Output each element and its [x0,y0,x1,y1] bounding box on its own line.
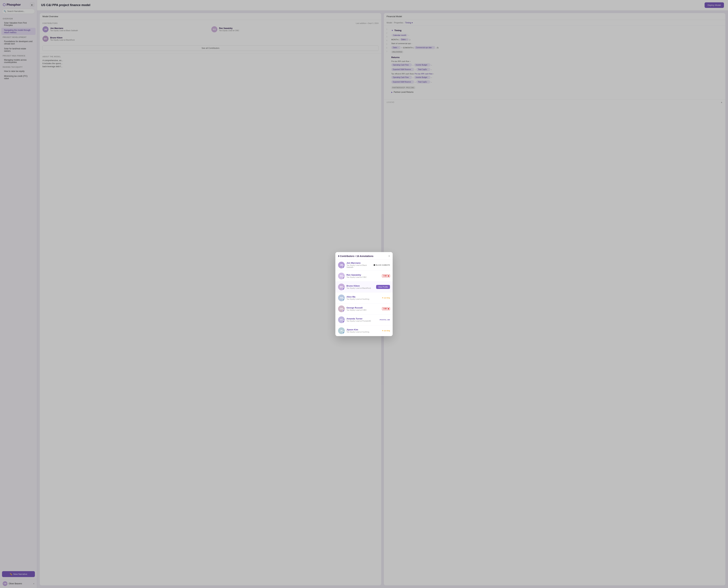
modal-avatar-george: GR 1 [338,306,345,312]
company-logo-george: CIBC◆ [382,307,390,310]
annotation-badge: 1 [342,277,345,279]
modal-contributor-row: GR 1 George Russell Tax Equity Lead at C… [335,303,393,314]
modal-contributor-row: JK 1 Jiyeon Kim Tax Equity Lead at SunKi… [335,325,393,336]
contributor-role: Tax Equity Lead at SunKing [346,298,380,300]
modal-title: 8 Contributors • 16 Annotations [338,255,373,257]
modal-contributor-info-jon: Jon Marciano Tax Equity Lead at Black Sa… [346,262,372,268]
modal-contributor-info-alice: Alice Ma Tax Equity Lead at SunKing [346,295,380,300]
company-logo-alice: ☀ sun king [382,297,390,299]
contributor-role: Tax Equity Lead at CIBC [346,276,380,278]
modal-contributor-row: AT 2 Amanda Turner Tax Equity Lead at Pi… [335,314,393,325]
modal-contributor-row: BK 2 Bruno Kibon Tax Equity Lead at Blac… [335,281,393,293]
modal-header: 8 Contributors • 16 Annotations × [335,252,393,260]
modal-avatar-alice: AM 3 [338,294,345,301]
modal-contributor-info-ren: Ren Sawatzky Tax Equity Lead at CIBC [346,274,380,278]
sunking-logo: ☀ sun king [382,297,390,299]
contributors-modal: 8 Contributors • 16 Annotations × JM 4 J… [335,252,393,336]
company-logo-amanda: PIVOTAL 180 [380,319,390,321]
annotation-badge: 2 [342,321,345,323]
company-logo-jiyeon: ☀ sun king [382,330,390,332]
modal-close-button[interactable]: × [388,255,390,257]
contributor-name: Jiyeon Kim [346,328,380,331]
modal-contributor-info-jiyeon: Jiyeon Kim Tax Equity Lead at SunKing [346,328,380,333]
annotation-badge: 3 [342,299,345,301]
modal-contributor-row: JM 4 Jon Marciano Tax Equity Lead at Bla… [335,260,393,271]
modal-overlay[interactable]: 8 Contributors • 16 Annotations × JM 4 J… [0,0,728,588]
annotation-badge: 1 [342,310,345,312]
annotation-badge: 4 [342,266,345,268]
company-logo-jon: ⚫ BLACK SABBATH [373,264,390,266]
cibc-logo: CIBC◆ [382,274,390,277]
contributor-name: Amanda Turner [346,317,378,320]
contributor-role: Tax Equity Lead at Black Sabbath [346,264,372,268]
contributor-role: Tax Equity Lead at Pivotal180 [346,320,378,322]
modal-avatar-jon: JM 4 [338,262,345,268]
modal-avatar-bruno: BK 2 [338,284,345,290]
modal-contributor-info-amanda: Amanda Turner Tax Equity Lead at Pivotal… [346,317,378,322]
modal-avatar-amanda: AT 2 [338,316,345,323]
modal-avatar-ren: RS 1 [338,273,345,279]
contributor-name: Ren Sawatzky [346,274,380,276]
annotation-badge: 1 [342,332,345,334]
annotation-badge: 2 [342,288,345,290]
sunking-logo: ☀ sun king [382,330,390,332]
black-sabbath-logo: ⚫ BLACK SABBATH [373,264,390,266]
contributor-name: Jon Marciano [346,262,372,264]
contributor-role: Tax Equity Lead at CIBC [346,309,380,311]
view-profile-button[interactable]: View Profile [376,285,390,289]
contributor-role: Tax Equity Lead at BlackRock [346,287,375,289]
company-logo-ren: CIBC◆ [382,274,390,277]
pivotal-logo: PIVOTAL 180 [380,319,390,321]
contributor-role: Tax Equity Lead at SunKing [346,331,380,333]
contributor-name: Alice Ma [346,295,380,298]
cibc-logo: CIBC◆ [382,307,390,310]
modal-contributor-row: RS 1 Ren Sawatzky Tax Equity Lead at CIB… [335,271,393,281]
contributor-name: George Russell [346,307,380,309]
contributor-name: Bruno Kibon [346,285,375,287]
modal-contributor-info-bruno: Bruno Kibon Tax Equity Lead at BlackRock [346,285,375,289]
modal-contributor-row: AM 3 Alice Ma Tax Equity Lead at SunKing… [335,293,393,303]
modal-avatar-jiyeon: JK 1 [338,327,345,334]
modal-contributor-info-george: George Russell Tax Equity Lead at CIBC [346,307,380,311]
